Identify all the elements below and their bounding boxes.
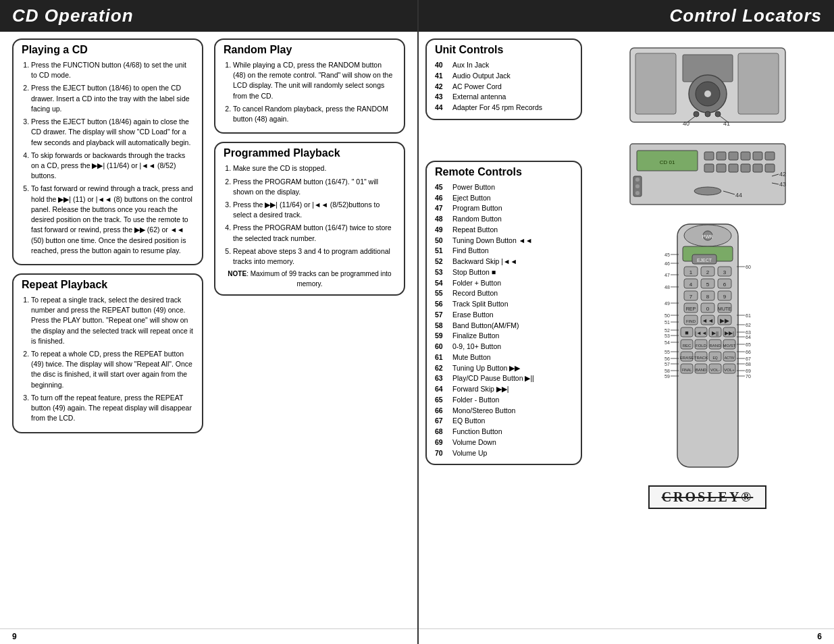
- list-item: 56Track Split Button: [435, 299, 573, 310]
- svg-text:51: 51: [664, 320, 670, 325]
- svg-text:FIND: FIND: [686, 319, 696, 323]
- list-item: To skip forwards or backwards through th…: [31, 151, 194, 182]
- svg-text:REP: REP: [685, 306, 696, 311]
- svg-text:6: 6: [723, 281, 726, 288]
- svg-text:RAND: RAND: [709, 344, 721, 348]
- list-item: 43External antenna: [435, 92, 573, 103]
- svg-text:63: 63: [746, 330, 751, 335]
- svg-text:64: 64: [746, 335, 751, 340]
- remote-controls-section: Remote Controls 45Power Button 46Eject B…: [425, 161, 582, 466]
- list-item: 61Mute Button: [435, 352, 573, 363]
- svg-rect-27: [753, 164, 762, 172]
- list-item: 600-9, 10+ Button: [435, 342, 573, 352]
- svg-rect-17: [704, 152, 714, 160]
- svg-text:CD 01: CD 01: [659, 159, 675, 165]
- svg-text:60: 60: [746, 265, 751, 269]
- device-area: 40 41 CD 01: [588, 38, 827, 512]
- unit-side-diagram: CD 01: [623, 137, 792, 211]
- list-item: 53Stop Button ■: [435, 267, 573, 278]
- crosley-brand: CROSLEY®: [648, 485, 767, 509]
- right-page-num-bar: 6: [419, 628, 834, 644]
- right-half: Control Locators Unit Controls 40Aux In …: [419, 0, 834, 644]
- svg-point-31: [635, 184, 640, 188]
- list-item: Press the ▶▶| (11/64) or |◄◄ (8/52)butto…: [233, 200, 396, 220]
- svg-rect-1: [635, 53, 676, 114]
- repeat-playback-title: Repeat Playback: [22, 279, 194, 291]
- svg-text:44: 44: [735, 192, 742, 198]
- left-page-num-bar: 9: [0, 628, 417, 644]
- right-column: Random Play While playing a CD, press th…: [209, 38, 411, 622]
- list-item: Press the PROGRAM button (16/47). " 01" …: [233, 177, 396, 197]
- svg-text:66: 66: [746, 350, 751, 354]
- list-item: 67EQ Button: [435, 416, 573, 427]
- svg-rect-20: [741, 152, 750, 160]
- svg-text:▶▶: ▶▶: [720, 317, 729, 324]
- list-item: 49Repeat Button: [435, 225, 573, 236]
- right-header: Control Locators: [419, 0, 834, 32]
- list-item: 44Adapter For 45 rpm Records: [435, 103, 573, 113]
- list-item: Repeat above steps 3 and 4 to program ad…: [233, 246, 396, 267]
- svg-text:70: 70: [746, 374, 751, 379]
- svg-text:8: 8: [706, 294, 709, 300]
- list-item: Press the PROGRAM button (16/47) twice t…: [233, 223, 396, 243]
- repeat-playback-body: To repeat a single track, select the des…: [22, 295, 194, 424]
- programmed-playback-section: Programmed Playback Make sure the CD is …: [214, 142, 405, 296]
- svg-text:VOL+: VOL+: [724, 368, 735, 372]
- svg-point-12: [705, 111, 710, 117]
- svg-rect-22: [765, 152, 775, 160]
- svg-rect-23: [704, 164, 714, 172]
- list-item: 65Folder - Button: [435, 395, 573, 406]
- svg-text:56: 56: [664, 356, 670, 361]
- svg-text:7: 7: [689, 294, 692, 300]
- svg-text:49: 49: [664, 301, 670, 306]
- list-item: 40Aux In Jack: [435, 60, 573, 71]
- svg-text:0: 0: [706, 306, 709, 312]
- list-item: 59Finalize Button: [435, 331, 573, 342]
- repeat-playback-section: Repeat Playback To repeat a single track…: [12, 273, 203, 433]
- svg-text:4: 4: [689, 281, 692, 288]
- svg-text:55: 55: [664, 350, 670, 354]
- list-item: 66Mono/Stereo Button: [435, 406, 573, 417]
- list-item: 52Backward Skip |◄◄: [435, 257, 573, 267]
- svg-text:43: 43: [779, 181, 786, 188]
- left-header-text: CD Operation: [12, 5, 134, 26]
- random-play-section: Random Play While playing a CD, press th…: [214, 38, 405, 134]
- svg-rect-28: [765, 164, 775, 172]
- list-item: 51Find Button: [435, 246, 573, 257]
- list-item: Press the FUNCTION button (4/68) to set …: [31, 60, 194, 80]
- svg-point-13: [715, 111, 721, 117]
- list-item: 41Audio Output Jack: [435, 71, 573, 82]
- svg-text:REC: REC: [682, 344, 691, 348]
- left-page-number: 9: [12, 632, 17, 641]
- list-item: Press the EJECT button (18/46) to open t…: [31, 83, 194, 114]
- svg-rect-26: [741, 164, 750, 172]
- svg-point-6: [704, 90, 711, 97]
- svg-text:VOL-: VOL-: [710, 368, 719, 372]
- svg-point-30: [635, 178, 640, 182]
- svg-text:5: 5: [706, 281, 709, 288]
- svg-rect-19: [729, 152, 738, 160]
- svg-text:54: 54: [664, 340, 670, 345]
- unit-top-diagram: 40 41: [623, 41, 792, 129]
- svg-text:65: 65: [746, 342, 751, 347]
- left-column: Playing a CD Press the FUNCTION button (…: [7, 38, 209, 622]
- list-item: To cancel Random playback, press the RAN…: [233, 104, 396, 124]
- svg-text:EQ: EQ: [712, 356, 717, 360]
- svg-text:48: 48: [664, 285, 670, 290]
- svg-text:2: 2: [706, 269, 709, 275]
- left-header: CD Operation: [0, 0, 417, 32]
- svg-text:FOLD: FOLD: [695, 344, 706, 348]
- list-item: 69Volume Down: [435, 437, 573, 448]
- svg-text:FINAL: FINAL: [681, 368, 691, 372]
- list-item: 57Erase Button: [435, 310, 573, 321]
- svg-text:69: 69: [746, 369, 751, 373]
- random-play-title: Random Play: [224, 44, 396, 56]
- right-header-text: Control Locators: [670, 5, 822, 26]
- list-item: To repeat a single track, select the des…: [31, 295, 194, 346]
- svg-text:41: 41: [723, 120, 730, 127]
- svg-text:61: 61: [746, 313, 751, 318]
- unit-controls-section: Unit Controls 40Aux In Jack 41Audio Outp…: [425, 38, 582, 120]
- svg-text:59: 59: [664, 374, 670, 379]
- svg-text:57: 57: [664, 362, 670, 367]
- unit-controls-list: 40Aux In Jack 41Audio Output Jack 42AC P…: [435, 60, 573, 113]
